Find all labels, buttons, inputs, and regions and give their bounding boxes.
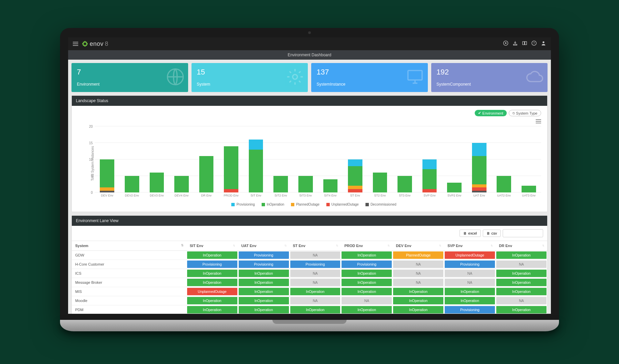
bar-dev4-env[interactable] <box>169 176 194 192</box>
col-system[interactable]: System⇅ <box>72 241 186 251</box>
summary-card-systemcomponent[interactable]: 192SystemComponent <box>431 63 548 92</box>
bar-sit4-env[interactable] <box>318 179 343 192</box>
toggle-system-type[interactable]: ⦸ System Type <box>509 110 541 116</box>
status-cell[interactable]: Provisioning <box>445 261 495 268</box>
status-cell[interactable]: InOperation <box>342 306 392 313</box>
status-cell[interactable]: NA <box>445 270 495 277</box>
status-cell[interactable]: UnplannedOutage <box>445 251 495 259</box>
bar-sit-env[interactable] <box>243 140 268 192</box>
system-name: GDW <box>72 251 186 260</box>
lane-search-input[interactable] <box>503 229 543 237</box>
bar-uat2-env[interactable] <box>492 176 517 192</box>
brand-logo[interactable]: enov8 <box>82 40 109 48</box>
legend-inoperation[interactable]: InOperation <box>262 203 284 206</box>
col-sit-env[interactable]: SIT Env↑↓ <box>186 241 238 251</box>
status-cell[interactable]: InOperation <box>187 270 237 277</box>
status-cell[interactable]: InOperation <box>239 288 289 295</box>
chart-menu-icon[interactable] <box>536 118 541 124</box>
bar-sit3-env[interactable] <box>293 176 318 192</box>
status-cell[interactable]: InOperation <box>496 251 547 259</box>
status-cell[interactable]: InOperation <box>342 279 392 286</box>
export-excel-button[interactable]: 🗎 excel <box>460 230 481 237</box>
status-cell[interactable]: NA <box>496 297 547 304</box>
summary-card-system[interactable]: 15System <box>191 63 308 92</box>
col-prod-env[interactable]: PROD Env↑↓ <box>341 241 392 251</box>
status-cell[interactable]: NA <box>496 261 547 268</box>
status-cell[interactable]: Provisioning <box>239 251 289 259</box>
user-icon[interactable] <box>541 40 546 47</box>
legend-provisioning[interactable]: Provisioning <box>231 203 255 206</box>
status-cell[interactable]: InOperation <box>496 306 547 313</box>
bar-st2-env[interactable] <box>367 173 392 192</box>
download-icon[interactable] <box>512 40 518 47</box>
bar-uat3-env[interactable] <box>517 186 541 192</box>
lane-title: Environment Lane View <box>72 216 547 226</box>
bar-uat-env[interactable] <box>467 143 492 192</box>
col-dev-env[interactable]: DEV Env↑↓ <box>392 241 444 251</box>
status-cell[interactable]: PlannedOutage <box>393 251 443 259</box>
status-cell[interactable]: InOperation <box>187 279 237 286</box>
menu-icon[interactable] <box>73 42 78 46</box>
status-cell[interactable]: NA <box>393 279 443 286</box>
status-cell[interactable]: InOperation <box>342 270 392 277</box>
status-cell[interactable]: Provisioning <box>187 261 237 268</box>
status-cell[interactable]: InOperation <box>187 297 237 304</box>
status-cell[interactable]: InOperation <box>187 251 237 259</box>
summary-card-environment[interactable]: 7Environment <box>71 63 188 92</box>
bar-svp-env[interactable] <box>417 159 442 192</box>
status-cell[interactable]: InOperation <box>393 306 443 313</box>
status-cell[interactable]: InOperation <box>496 288 547 295</box>
status-cell[interactable]: NA <box>342 297 392 304</box>
status-cell[interactable]: InOperation <box>342 251 392 259</box>
status-cell[interactable]: NA <box>290 297 341 304</box>
col-st-env[interactable]: ST Env↑↓ <box>290 241 341 251</box>
status-cell[interactable]: NA <box>290 270 341 277</box>
status-cell[interactable]: Provisioning <box>342 261 392 268</box>
status-cell[interactable]: InOperation <box>445 297 495 304</box>
status-cell[interactable]: InOperation <box>239 279 289 286</box>
status-cell[interactable]: InOperation <box>290 288 341 295</box>
bar-prod-env[interactable] <box>219 146 244 192</box>
col-uat-env[interactable]: UAT Env↑↓ <box>238 241 290 251</box>
legend-unplannedoutage[interactable]: UnplannedOutage <box>326 203 359 206</box>
status-cell[interactable]: InOperation <box>496 279 547 286</box>
status-cell[interactable]: InOperation <box>393 297 443 304</box>
bar-dr-env[interactable] <box>194 156 219 192</box>
bar-svp2-env[interactable] <box>442 183 467 192</box>
status-cell[interactable]: NA <box>393 261 443 268</box>
status-cell[interactable]: Provisioning <box>239 261 289 268</box>
status-cell[interactable]: Provisioning <box>290 261 341 268</box>
summary-card-systeminstance[interactable]: 137SystemInstance <box>311 63 428 92</box>
status-cell[interactable]: NA <box>290 251 341 259</box>
book-icon[interactable] <box>522 40 527 47</box>
status-cell[interactable]: InOperation <box>342 288 392 295</box>
bar-st-env[interactable] <box>343 159 368 192</box>
legend-decommissioned[interactable]: Decommissioned <box>365 203 396 206</box>
status-cell[interactable]: InOperation <box>239 297 289 304</box>
status-cell[interactable]: InOperation <box>187 306 237 313</box>
status-cell[interactable]: InOperation <box>393 288 443 295</box>
status-cell[interactable]: NA <box>445 279 495 286</box>
status-cell[interactable]: Provisioning <box>445 306 495 313</box>
status-cell[interactable]: InOperation <box>496 270 547 277</box>
star-icon[interactable] <box>503 40 508 47</box>
bar-st3-env[interactable] <box>392 176 417 192</box>
status-cell[interactable]: UnplannedOutage <box>187 288 237 295</box>
bar-dev-env[interactable] <box>95 159 120 192</box>
bar-dev2-env[interactable] <box>120 176 145 192</box>
status-cell[interactable]: NA <box>393 270 443 277</box>
status-cell[interactable]: NA <box>290 279 341 286</box>
bar-dev3-env[interactable] <box>144 173 169 192</box>
status-cell[interactable]: InOperation <box>239 270 289 277</box>
status-cell[interactable]: InOperation <box>445 288 495 295</box>
status-cell[interactable]: InOperation <box>290 306 341 313</box>
bar-sit2-env[interactable] <box>268 176 293 192</box>
help-icon[interactable]: ? <box>531 40 537 47</box>
legend-plannedoutage[interactable]: PlannedOutage <box>291 203 320 206</box>
toggle-environment[interactable]: ✔ Environment <box>475 110 507 116</box>
col-dr-env[interactable]: DR Env↑↓ <box>496 241 547 251</box>
export-csv-button[interactable]: 🗎 csv <box>483 230 501 237</box>
status-cell[interactable]: InOperation <box>239 306 289 313</box>
col-svp-env[interactable]: SVP Env↑↓ <box>444 241 496 251</box>
svg-point-1 <box>84 45 86 47</box>
